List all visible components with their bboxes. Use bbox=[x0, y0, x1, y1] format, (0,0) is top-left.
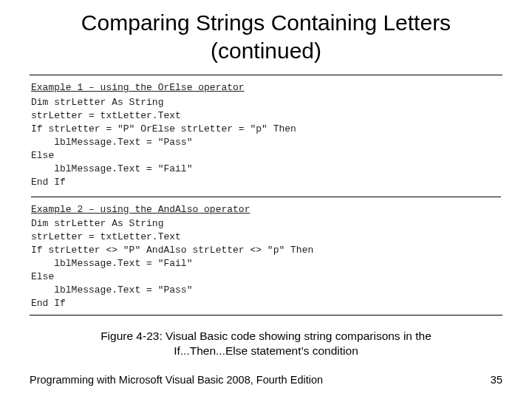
code-line: Dim strLetter As String bbox=[31, 96, 501, 109]
code-line: strLetter = txtLetter.Text bbox=[31, 109, 501, 123]
title-line-2: (continued) bbox=[211, 38, 321, 63]
divider bbox=[31, 197, 501, 197]
title-line-1: Comparing Strings Containing Letters bbox=[81, 10, 451, 35]
slide: Comparing Strings Containing Letters (co… bbox=[0, 0, 532, 358]
code-line: lblMessage.Text = "Fail" bbox=[31, 163, 501, 176]
footer: Programming with Microsoft Visual Basic … bbox=[30, 374, 502, 386]
code-line: End If bbox=[31, 176, 501, 189]
slide-title: Comparing Strings Containing Letters (co… bbox=[30, 9, 502, 64]
code-line: Else bbox=[31, 270, 501, 284]
figure-caption: Figure 4-23: Visual Basic code showing s… bbox=[30, 329, 502, 358]
code-line: strLetter = txtLetter.Text bbox=[31, 231, 501, 244]
example2-label: Example 2 – using the AndAlso operator bbox=[31, 203, 501, 216]
page-number: 35 bbox=[491, 374, 502, 386]
code-line: lblMessage.Text = "Pass" bbox=[31, 136, 501, 149]
figure-area: Example 1 – using the OrElse operator Di… bbox=[30, 75, 502, 316]
caption-line-1: Figure 4-23: Visual Basic code showing s… bbox=[100, 330, 432, 342]
code-line: If strLetter <> "P" AndAlso strLetter <>… bbox=[31, 244, 501, 257]
code-line: Dim strLetter As String bbox=[31, 217, 501, 231]
code-line: End If bbox=[31, 297, 501, 310]
code-line: Else bbox=[31, 149, 501, 163]
code-line: If strLetter = "P" OrElse strLetter = "p… bbox=[31, 123, 501, 136]
footer-book-title: Programming with Microsoft Visual Basic … bbox=[30, 374, 323, 386]
code-line: lblMessage.Text = "Pass" bbox=[31, 284, 501, 297]
example1-label: Example 1 – using the OrElse operator bbox=[31, 81, 501, 95]
code-line: lblMessage.Text = "Fail" bbox=[31, 257, 501, 270]
caption-line-2: If...Then...Else statement’s condition bbox=[174, 344, 358, 357]
